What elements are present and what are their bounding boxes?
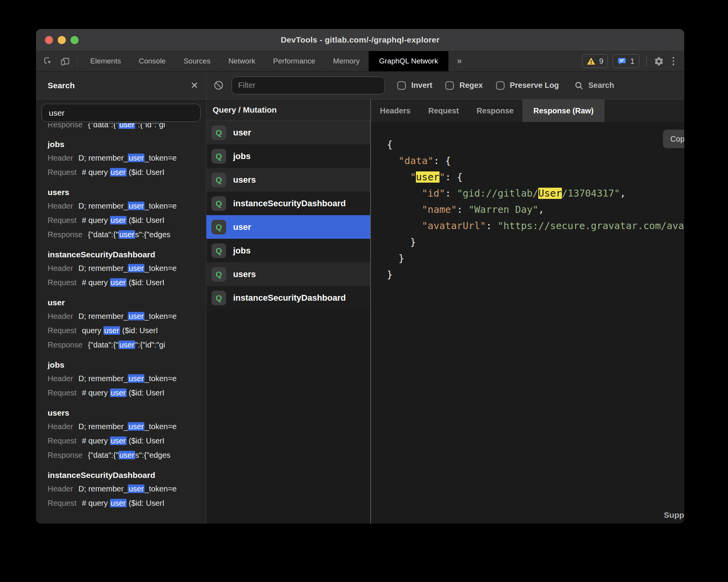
result-line-label: Request: [48, 389, 77, 397]
search-result-line[interactable]: Request# query user ($id: UserI: [48, 496, 206, 510]
search-toggle[interactable]: Search: [574, 81, 614, 90]
search-result-line[interactable]: Requestquery user ($id: UserI: [48, 324, 206, 338]
support-link[interactable]: Support: [664, 510, 684, 520]
query-item-label: users: [233, 175, 256, 185]
detail-tabs: HeadersRequestResponseResponse (Raw)✕: [371, 99, 684, 122]
search-result-line[interactable]: HeaderD; remember_user_token=e: [48, 482, 206, 496]
warnings-count: 9: [599, 57, 603, 66]
close-search-icon[interactable]: ✕: [191, 81, 198, 90]
minimize-window-button[interactable]: [58, 36, 66, 44]
main-content: Response{"data":{"user":{"id":"gijobsHea…: [36, 99, 684, 524]
search-match-highlight: user: [128, 202, 144, 210]
search-result-section-instancesecuritydashboard[interactable]: instanceSecurityDashboardHeaderD; rememb…: [48, 248, 206, 290]
settings-gear-icon[interactable]: [654, 56, 664, 67]
search-result-line[interactable]: HeaderD; remember_user_token=e: [48, 261, 206, 276]
search-result-line[interactable]: HeaderD; remember_user_token=e: [48, 371, 206, 386]
search-match-highlight: user: [118, 451, 135, 459]
result-line-label: Request: [48, 278, 77, 287]
result-line-label: Response: [48, 451, 82, 459]
more-tabs-chevron-icon[interactable]: »: [448, 51, 470, 71]
search-result-line[interactable]: HeaderD; remember_user_token=e: [48, 309, 206, 324]
clear-requests-icon[interactable]: [213, 80, 224, 91]
query-item-user[interactable]: Quser: [206, 215, 370, 239]
search-result-section-jobs[interactable]: jobsHeaderD; remember_user_token=eReques…: [48, 138, 206, 180]
result-line-label: Header: [48, 264, 73, 272]
search-result-title: instanceSecurityDashboard: [48, 469, 206, 482]
checkbox-label-preserve-log: Preserve Log: [510, 81, 559, 90]
search-result-line[interactable]: Response{"data":{"user":{"id":"gi: [48, 123, 206, 132]
title-bar: DevTools - gitlab.com/-/graphql-explorer: [36, 29, 684, 51]
search-match-highlight: user: [110, 499, 127, 507]
code-match-highlight: User: [538, 188, 561, 199]
search-result-line[interactable]: Request# query user ($id: UserI: [48, 213, 206, 228]
detail-tab-response[interactable]: Response: [468, 99, 523, 122]
search-result-section-instancesecuritydashboard[interactable]: instanceSecurityDashboardHeaderD; rememb…: [48, 469, 206, 510]
tab-sources[interactable]: Sources: [175, 51, 220, 71]
checkbox-label-regex: Regex: [459, 81, 482, 90]
query-item-instancesecuritydashboard[interactable]: QinstanceSecurityDashboard: [206, 286, 370, 310]
inspect-element-icon[interactable]: [43, 56, 53, 67]
more-options-kebab-icon[interactable]: [669, 57, 678, 65]
search-result-section-users[interactable]: usersHeaderD; remember_user_token=eReque…: [48, 406, 206, 462]
search-result-line[interactable]: Request# query user ($id: UserI: [48, 386, 206, 400]
result-line-label: Request: [48, 216, 77, 224]
query-item-user[interactable]: Quser: [206, 121, 370, 144]
search-match-highlight: user: [128, 312, 144, 320]
search-match-highlight: user: [128, 264, 144, 272]
search-result-line[interactable]: Request# query user ($id: UserI: [48, 165, 206, 180]
query-list-header: Query / Mutation: [206, 99, 370, 121]
query-item-jobs[interactable]: Qjobs: [206, 144, 370, 168]
detail-tab-request[interactable]: Request: [419, 99, 468, 122]
tab-memory[interactable]: Memory: [324, 51, 369, 71]
search-result-line[interactable]: Response{"data":{"user":{"id":"gi: [48, 338, 206, 352]
checkbox-regex[interactable]: Regex: [445, 81, 482, 90]
warnings-badge[interactable]: 9: [582, 54, 608, 68]
close-window-button[interactable]: [45, 36, 53, 44]
badge-divider: [646, 56, 647, 66]
result-line-label: Request: [48, 326, 77, 335]
search-result-section-user[interactable]: userHeaderD; remember_user_token=eReques…: [48, 296, 206, 352]
code-match-highlight: user: [416, 171, 439, 183]
toolbar-right: 9 1: [582, 51, 684, 71]
copy-button[interactable]: Copy: [663, 130, 684, 148]
query-type-badge: Q: [211, 173, 226, 187]
filter-input[interactable]: [232, 77, 385, 94]
json-code: { "data": { "user": { "id": "gid://gitla…: [387, 137, 684, 283]
detail-tab-response-raw[interactable]: Response (Raw): [522, 99, 604, 122]
issues-badge[interactable]: 1: [613, 54, 639, 68]
tab-console[interactable]: Console: [130, 51, 175, 71]
search-result-line[interactable]: Response{"data":{"users":{"edges: [48, 448, 206, 462]
search-input[interactable]: [41, 104, 201, 122]
checkbox-box-preserve-log[interactable]: [496, 81, 505, 90]
search-result-line[interactable]: Request# query user ($id: UserI: [48, 276, 206, 290]
checkbox-box-invert[interactable]: [397, 81, 406, 90]
checkbox-invert[interactable]: Invert: [397, 81, 432, 90]
search-result-section-users[interactable]: usersHeaderD; remember_user_token=eReque…: [48, 186, 206, 242]
search-results-panel: Response{"data":{"user":{"id":"gijobsHea…: [36, 99, 206, 524]
query-item-jobs[interactable]: Qjobs: [206, 239, 370, 262]
search-result-section-jobs[interactable]: jobsHeaderD; remember_user_token=eReques…: [48, 358, 206, 400]
tab-graphql-network[interactable]: GraphQL Network: [369, 51, 448, 71]
search-match-highlight: user: [110, 389, 127, 397]
search-result-line[interactable]: HeaderD; remember_user_token=e: [48, 419, 206, 434]
search-result-line[interactable]: Response{"data":{"users":{"edges: [48, 228, 206, 242]
detail-tab-headers[interactable]: Headers: [371, 99, 419, 122]
search-result-partial[interactable]: Response{"data":{"user":{"id":"gi: [48, 123, 206, 132]
checkbox-preserve-log[interactable]: Preserve Log: [496, 81, 559, 90]
query-item-users[interactable]: Qusers: [206, 168, 370, 192]
search-result-line[interactable]: HeaderD; remember_user_token=e: [48, 151, 206, 165]
query-item-users[interactable]: Qusers: [206, 262, 370, 286]
device-toolbar-icon[interactable]: [60, 56, 70, 67]
checkbox-box-regex[interactable]: [445, 81, 454, 90]
query-item-instancesecuritydashboard[interactable]: QinstanceSecurityDashboard: [206, 192, 370, 215]
search-match-highlight: user: [118, 123, 135, 129]
tab-network[interactable]: Network: [220, 51, 264, 71]
search-result-line[interactable]: HeaderD; remember_user_token=e: [48, 199, 206, 213]
checkbox-label-invert: Invert: [411, 81, 432, 90]
result-line-label: Response: [48, 123, 82, 129]
tab-elements[interactable]: Elements: [81, 51, 130, 71]
tab-performance[interactable]: Performance: [264, 51, 324, 71]
query-type-badge: Q: [211, 196, 226, 211]
search-result-line[interactable]: Request# query user ($id: UserI: [48, 434, 206, 448]
zoom-window-button[interactable]: [70, 36, 79, 44]
